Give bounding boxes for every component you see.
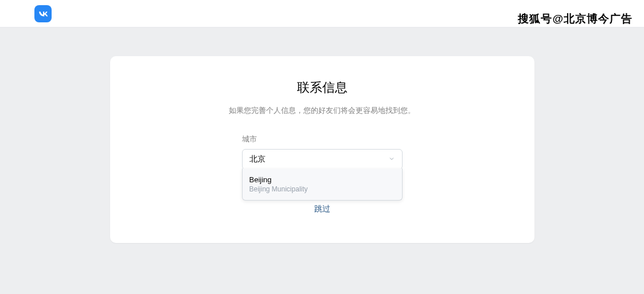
card-title: 联系信息 <box>127 79 517 96</box>
card-subtitle: 如果您完善个人信息，您的好友们将会更容易地找到您。 <box>127 105 517 116</box>
watermark-text: 搜狐号@北京博今广告 <box>518 11 633 26</box>
form-wrap: 城市 北京 Beijing Beijing Municipality <box>242 134 403 170</box>
city-dropdown-item-subtitle: Beijing Municipality <box>249 185 395 193</box>
city-label: 城市 <box>242 134 403 144</box>
city-select-value: 北京 <box>249 154 266 164</box>
city-dropdown-item-title: Beijing <box>249 175 395 184</box>
city-select[interactable]: 北京 <box>242 149 403 170</box>
skip-link[interactable]: 跳过 <box>127 204 517 214</box>
city-dropdown-item[interactable]: Beijing Beijing Municipality <box>243 172 402 197</box>
vk-logo-icon <box>38 9 48 19</box>
contact-info-card: 联系信息 如果您完善个人信息，您的好友们将会更容易地找到您。 城市 北京 Bei… <box>110 56 534 243</box>
vk-logo[interactable] <box>34 5 52 22</box>
city-dropdown: Beijing Beijing Municipality <box>242 168 403 201</box>
chevron-down-icon <box>388 154 395 164</box>
